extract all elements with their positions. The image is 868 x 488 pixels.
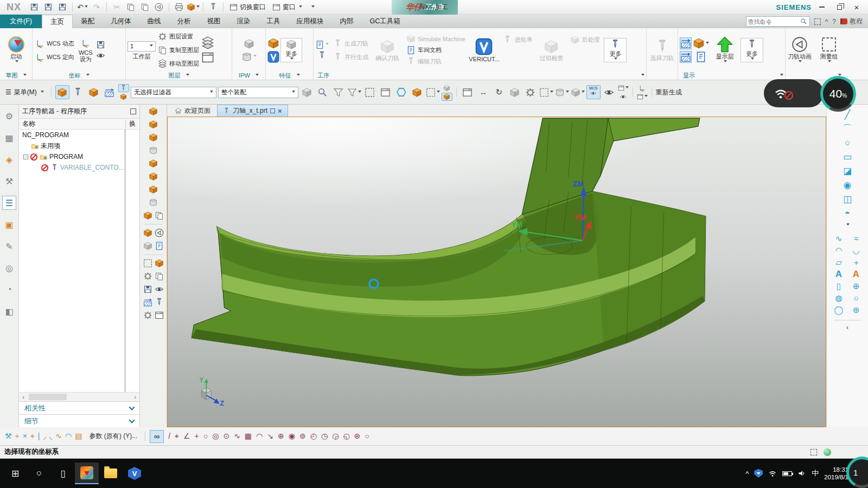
snap-tool-icon[interactable]: ▤ [73, 432, 84, 440]
copy-object-icon[interactable] [149, 198, 158, 207]
window-menu-button[interactable]: 窗口 [270, 3, 305, 12]
dialog-launcher[interactable] [23, 74, 27, 78]
prev-selection-button[interactable] [363, 85, 377, 99]
hd3d-tools-icon[interactable]: ◎ [2, 261, 16, 275]
type-filter-tool-button[interactable] [71, 85, 85, 99]
surface-tool-icon[interactable]: ≈ [854, 234, 858, 243]
undo-button[interactable]: ↶ [76, 1, 89, 13]
fullscreen-toggle-icon[interactable] [810, 449, 817, 455]
roles-icon[interactable]: ⚙ [2, 109, 16, 123]
component-select-button[interactable] [379, 85, 393, 99]
snap-tool-icon[interactable]: ⚒ [3, 432, 14, 440]
create-operation-icon[interactable] [149, 159, 158, 168]
speaker-icon[interactable] [797, 469, 806, 478]
dialog-launcher[interactable] [186, 74, 189, 78]
wcs-display-button[interactable] [602, 85, 616, 99]
mcs-display-button[interactable]: MCS [586, 85, 601, 99]
snap-point-icon[interactable]: ⌖ [173, 432, 181, 440]
type-filter-edge-button[interactable] [103, 85, 117, 99]
tab-curve[interactable]: 曲线 [139, 15, 169, 28]
tab-analysis[interactable]: 分析 [169, 15, 199, 28]
snap-point-icon[interactable]: ◶ [330, 432, 341, 440]
snap-point-icon[interactable]: ◵ [341, 432, 352, 440]
ipw-tool-icon[interactable] [244, 38, 254, 49]
dialog-launcher[interactable] [297, 74, 300, 78]
params-menu-button[interactable]: 参数 (原有) (Y)... [86, 432, 141, 441]
help-button[interactable]: ? [832, 18, 836, 25]
shaded-view-button[interactable] [508, 85, 522, 99]
wcs-dynamic-button[interactable]: WCS 动态 [34, 37, 75, 49]
filter-list-button[interactable] [347, 85, 361, 99]
scroll-left-icon[interactable]: ‹ [19, 394, 28, 400]
feature-more-button[interactable]: 更多 [280, 38, 302, 62]
display-more-button[interactable]: 更多 [741, 38, 763, 62]
curve-tool-icon[interactable]: ◫ [843, 195, 852, 204]
verify-icon[interactable] [143, 241, 152, 251]
curve-tool-icon[interactable]: ○ [845, 138, 850, 147]
dialog-launcher[interactable] [641, 74, 644, 78]
save-layout-icon[interactable] [143, 285, 152, 294]
search-button[interactable]: ○ [27, 463, 51, 484]
create-geometry-icon[interactable] [149, 133, 158, 142]
dialog-launcher[interactable] [86, 74, 90, 78]
curve-tool-icon[interactable]: ╱ [845, 110, 850, 119]
curve-tool-icon[interactable]: ⌒ [843, 124, 852, 133]
navigator-hscrollbar[interactable]: ‹ › [19, 392, 139, 401]
snap-point-icon[interactable]: ◷ [319, 432, 330, 440]
snap-tool-icon[interactable]: ∿ [54, 432, 63, 440]
solid-style-button[interactable] [571, 85, 585, 99]
redo-button[interactable]: ↷ [90, 1, 103, 13]
surface-tool-icon[interactable]: ○ [853, 294, 858, 303]
wcs-display-icon[interactable] [96, 51, 105, 60]
assembly-navigator-icon[interactable]: ▦ [2, 131, 16, 145]
delete-object-icon[interactable] [155, 211, 164, 220]
zoom-window-button[interactable] [461, 85, 475, 99]
fullscreen-button[interactable] [814, 18, 821, 25]
snap-point-icon[interactable]: ⊚ [297, 432, 308, 440]
tab-internal[interactable]: 内部 [331, 15, 361, 28]
shop-doc-button[interactable]: 车间文档 [405, 46, 466, 55]
selection-filter-select[interactable]: 无选择过滤器 [131, 87, 216, 98]
tab-home[interactable]: 主页 [42, 15, 73, 28]
command-finder[interactable] [746, 16, 810, 27]
snap-tool-icon[interactable]: ⌖ [29, 432, 36, 440]
undock-panel-icon[interactable] [130, 108, 136, 114]
wcs-origin-icon[interactable] [81, 38, 90, 48]
create-program-icon[interactable] [149, 107, 158, 116]
type-filter-body-button[interactable] [87, 85, 101, 99]
wcs-set-button[interactable]: WCS 设为 [76, 49, 95, 62]
tab-geometry[interactable]: 几何体 [103, 15, 139, 28]
start-button[interactable]: 启动 [2, 36, 30, 64]
regenerate-button[interactable]: 重新生成 [656, 88, 682, 97]
snap-tool-icon[interactable]: ◠ [63, 432, 73, 440]
edit-object-icon[interactable] [149, 172, 158, 181]
feature-find-icon[interactable] [267, 37, 279, 49]
column-toolchange[interactable]: 换 [125, 119, 136, 129]
collapse-icon[interactable]: − [23, 155, 28, 159]
section-view-button[interactable] [555, 85, 569, 99]
properties-icon[interactable] [143, 272, 152, 281]
surface-tool-icon[interactable]: ∿ [835, 234, 843, 243]
section-dependencies[interactable]: 相关性 [19, 401, 139, 414]
snap-point-icon[interactable]: ∠ [181, 432, 193, 440]
snap-point-icon[interactable]: ⊕ [276, 432, 286, 440]
snap-tool-icon[interactable]: ◞ [41, 432, 47, 440]
window-cascade-button[interactable] [637, 93, 648, 101]
measure-group-button[interactable]: 测量组 [816, 36, 841, 64]
taskbar-nx-app[interactable] [75, 463, 99, 484]
restore-button[interactable] [832, 2, 846, 12]
tree-row-variable-contour[interactable]: VARIABLE_CONTO... [19, 162, 139, 173]
surface-tool-icon[interactable]: A [835, 270, 842, 279]
replay-icon[interactable] [155, 228, 164, 237]
machining-wizard-icon[interactable]: ▣ [2, 217, 16, 232]
show-body-button[interactable] [442, 93, 452, 101]
minimize-ribbon-button[interactable]: ^ [825, 18, 828, 25]
paste-special-button[interactable] [187, 1, 200, 13]
menu-button[interactable]: ☰ 菜单(M) [2, 88, 47, 97]
expand-view-button[interactable] [539, 85, 553, 99]
layer-visible-icon[interactable] [201, 36, 214, 49]
snap-point-icon[interactable]: + [193, 432, 201, 440]
tab-part-file[interactable]: 刀轴_x_t.prt × [217, 105, 288, 117]
scrollbar-thumb[interactable] [29, 394, 67, 400]
save-as-button[interactable] [42, 1, 55, 13]
